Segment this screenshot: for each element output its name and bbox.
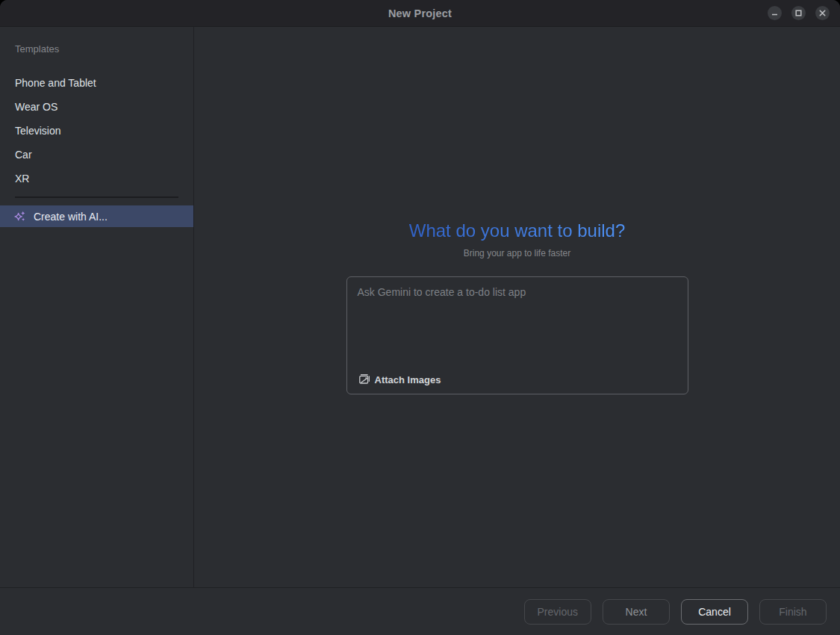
sidebar-item-label: Television [15,125,60,137]
sidebar-item-create-with-ai[interactable]: Create with AI... [0,205,193,227]
prompt-box: Attach Images [346,276,688,394]
new-project-dialog: New Project Templates Ph [0,0,840,635]
minimize-button[interactable] [768,6,782,20]
finish-button[interactable]: Finish [759,599,827,625]
window-controls [768,0,830,26]
sidebar-item-label: Phone and Tablet [15,77,96,89]
attach-images-label: Attach Images [375,374,441,385]
sidebar-item-label: Create with AI... [34,211,108,223]
page-title: What do you want to build? [409,221,626,241]
maximize-button[interactable] [791,6,806,20]
minimize-icon [771,10,778,16]
templates-sidebar: Templates Phone and Tablet Wear OS Telev… [0,27,194,587]
window-title: New Project [0,0,840,26]
sidebar-item-wear-os[interactable]: Wear OS [0,95,193,119]
cancel-button[interactable]: Cancel [681,599,748,625]
sidebar-item-xr[interactable]: XR [0,167,193,190]
sidebar-item-label: XR [15,173,29,185]
sidebar-separator [15,196,178,198]
sidebar-item-label: Car [15,149,32,161]
dialog-footer: Previous Next Cancel Finish [0,587,840,635]
title-bar: New Project [0,0,840,27]
main-panel: What do you want to build? Bring your ap… [194,27,840,587]
sidebar-item-label: Wear OS [15,101,57,113]
next-button[interactable]: Next [603,599,670,625]
sidebar-item-car[interactable]: Car [0,143,193,167]
maximize-icon [795,10,802,16]
gemini-prompt-input[interactable] [347,277,688,361]
gemini-sparkle-icon [13,210,27,223]
dialog-body: Templates Phone and Tablet Wear OS Telev… [0,27,840,587]
page-subtitle: Bring your app to life faster [464,248,570,258]
sidebar-item-phone-and-tablet[interactable]: Phone and Tablet [0,71,193,95]
sidebar-header: Templates [0,42,193,57]
sidebar-item-television[interactable]: Television [0,119,193,143]
attach-images-icon [358,374,370,385]
close-button[interactable] [815,6,830,20]
previous-button[interactable]: Previous [524,599,591,625]
attach-images-button[interactable]: Attach Images [355,372,444,387]
close-icon [819,10,826,16]
